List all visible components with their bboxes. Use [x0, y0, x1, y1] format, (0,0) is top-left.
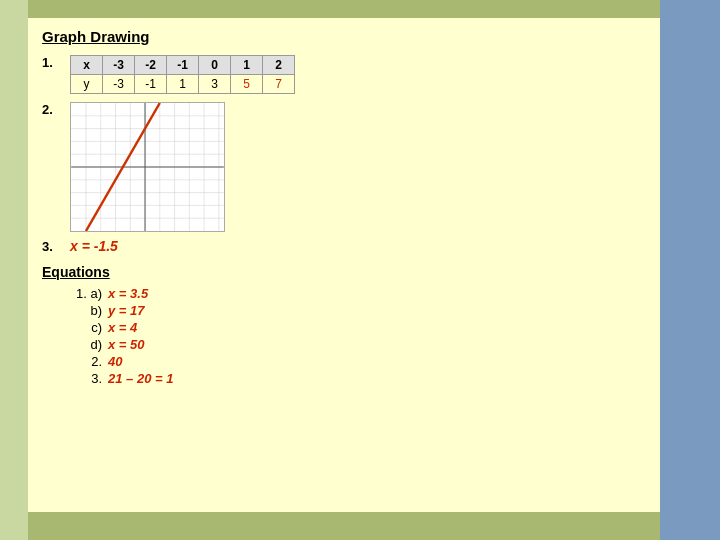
equations-block: 1. a) x = 3.5 b) y = 17 c) x = 4 d) x = …	[42, 286, 646, 386]
section3-area: 3. x = -1.5	[42, 238, 646, 254]
table-row-x: x -3 -2 -1 0 1 2	[71, 56, 295, 75]
section3-label: 3.	[42, 239, 62, 254]
section3-answer: x = -1.5	[70, 238, 118, 254]
section1-label: 1.	[42, 55, 62, 70]
cell-x-n3: -3	[103, 56, 135, 75]
section2-area: 2.	[42, 102, 646, 232]
graph-container	[70, 102, 225, 232]
eq-label-1b: b)	[72, 303, 102, 318]
main-content: Graph Drawing 1. x -3 -2 -1 0 1 2 y -3 -…	[28, 18, 660, 512]
eq-label-3: 3.	[72, 371, 102, 386]
cell-x-1: 1	[231, 56, 263, 75]
cell-x-label: x	[71, 56, 103, 75]
cell-x-0: 0	[199, 56, 231, 75]
eq-label-1c: c)	[72, 320, 102, 335]
page-title: Graph Drawing	[42, 28, 646, 45]
bottom-accent-bar	[0, 512, 660, 540]
cell-x-n2: -2	[135, 56, 167, 75]
eq-row-1d: d) x = 50	[72, 337, 646, 352]
eq-row-1a: 1. a) x = 3.5	[72, 286, 646, 301]
cell-x-2: 2	[263, 56, 295, 75]
side-panel-left	[0, 0, 28, 540]
eq-label-1d: d)	[72, 337, 102, 352]
eq-value-1b: y = 17	[108, 303, 145, 318]
eq-value-2: 40	[108, 354, 122, 369]
eq-value-1c: x = 4	[108, 320, 137, 335]
eq-value-1d: x = 50	[108, 337, 145, 352]
eq-label-1a: 1. a)	[72, 286, 102, 301]
cell-y-n3: -3	[103, 75, 135, 94]
cell-y-label: y	[71, 75, 103, 94]
section1-area: 1. x -3 -2 -1 0 1 2 y -3 -1 1 3 5 7	[42, 55, 646, 94]
equations-title: Equations	[42, 264, 646, 280]
eq-row-3: 3. 21 – 20 = 1	[72, 371, 646, 386]
cell-y-3: 3	[199, 75, 231, 94]
eq-value-3: 21 – 20 = 1	[108, 371, 173, 386]
eq-label-2: 2.	[72, 354, 102, 369]
eq-row-1b: b) y = 17	[72, 303, 646, 318]
eq-row-1c: c) x = 4	[72, 320, 646, 335]
side-panel-right	[660, 0, 720, 540]
eq-value-1a: x = 3.5	[108, 286, 148, 301]
cell-y-n1: -1	[135, 75, 167, 94]
cell-x-n1: -1	[167, 56, 199, 75]
top-accent-bar	[0, 0, 660, 18]
cell-y-5: 5	[231, 75, 263, 94]
eq-row-2: 2. 40	[72, 354, 646, 369]
cell-y-7: 7	[263, 75, 295, 94]
table-row-y: y -3 -1 1 3 5 7	[71, 75, 295, 94]
cell-y-1: 1	[167, 75, 199, 94]
section2-label: 2.	[42, 102, 62, 117]
xy-table: x -3 -2 -1 0 1 2 y -3 -1 1 3 5 7	[70, 55, 295, 94]
graph-svg	[71, 103, 224, 231]
